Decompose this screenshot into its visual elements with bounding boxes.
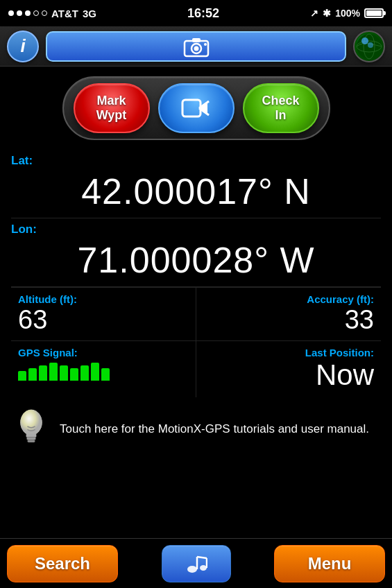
info-icon: i <box>20 35 25 57</box>
lon-label: Lon: <box>11 218 381 236</box>
dot-1 <box>8 10 14 16</box>
bar-6 <box>70 368 78 381</box>
time-label: 16:52 <box>187 6 219 21</box>
gps-data: Lat: 42.000017° N Lon: 71.000028° W Alti… <box>0 150 392 397</box>
action-pill: Mark Wypt Check In <box>62 76 330 140</box>
lat-value: 42.000017° N <box>11 168 381 218</box>
bottom-nav: Search Menu <box>0 538 392 588</box>
tutorial-section[interactable]: Touch here for the MotionX-GPS tutorials… <box>0 397 392 461</box>
signal-dots <box>8 10 47 16</box>
check-line2: In <box>275 108 287 123</box>
music-icon <box>185 553 207 575</box>
altitude-label: Altitude (ft): <box>18 293 189 305</box>
network-label: 3G <box>83 8 96 19</box>
lat-label: Lat: <box>11 150 381 168</box>
svg-point-4 <box>204 43 207 46</box>
svg-point-16 <box>187 566 197 573</box>
action-row: Mark Wypt Check In <box>0 67 392 150</box>
last-pos-label: Last Position: <box>203 347 375 358</box>
globe-icon <box>355 33 383 60</box>
signal-label: GPS Signal: <box>18 347 189 358</box>
gps-grid: Altitude (ft): 63 Accuracy (ft): 33 GPS … <box>11 287 381 397</box>
battery-percent: 100% <box>335 8 360 19</box>
status-right: ↗ ✱ 100% <box>310 8 384 19</box>
bluetooth-icon: ✱ <box>323 8 331 19</box>
dot-4 <box>33 10 39 16</box>
bar-4 <box>49 363 58 381</box>
search-button[interactable]: Search <box>7 545 118 582</box>
svg-rect-15 <box>27 440 35 442</box>
bar-8 <box>91 363 99 381</box>
accuracy-value: 33 <box>203 305 375 335</box>
tutorial-text: Touch here for the MotionX-GPS tutorials… <box>60 421 369 438</box>
battery-icon <box>364 8 384 18</box>
svg-rect-3 <box>192 38 201 42</box>
lon-value: 71.000028° W <box>11 236 381 287</box>
menu-button[interactable]: Menu <box>274 545 385 582</box>
check-in-button[interactable]: Check In <box>243 83 319 133</box>
svg-rect-13 <box>26 434 37 438</box>
bar-2 <box>28 368 37 381</box>
svg-rect-14 <box>27 438 36 440</box>
svg-point-17 <box>200 565 207 571</box>
svg-line-20 <box>197 557 207 558</box>
music-button[interactable] <box>162 545 231 582</box>
svg-point-9 <box>368 42 373 48</box>
carrier-label: AT&T <box>51 8 78 19</box>
signal-bars <box>18 358 189 383</box>
bar-7 <box>80 365 89 381</box>
dot-5 <box>42 10 47 16</box>
status-bar: AT&T 3G 16:52 ↗ ✱ 100% <box>0 0 392 26</box>
svg-point-8 <box>361 37 368 44</box>
svg-rect-10 <box>182 100 201 116</box>
mark-line1: Mark <box>96 94 126 108</box>
share-icon <box>181 94 212 122</box>
toolbar: i <box>0 26 392 67</box>
accuracy-cell: Accuracy (ft): 33 <box>196 288 382 340</box>
camera-button[interactable] <box>46 31 346 62</box>
bar-9 <box>101 368 110 381</box>
camera-icon <box>183 35 210 58</box>
altitude-value: 63 <box>18 305 189 335</box>
status-left: AT&T 3G <box>8 8 96 19</box>
menu-label: Menu <box>308 554 352 573</box>
share-button[interactable] <box>158 83 235 133</box>
mark-line2: Wypt <box>96 108 127 123</box>
mark-waypoint-button[interactable]: Mark Wypt <box>74 83 150 133</box>
last-pos-value: Now <box>203 358 375 392</box>
signal-cell: GPS Signal: <box>11 340 196 397</box>
altitude-cell: Altitude (ft): 63 <box>11 288 196 340</box>
battery-fill <box>366 10 382 16</box>
svg-point-12 <box>20 410 42 435</box>
search-label: Search <box>35 554 90 573</box>
bar-1 <box>18 371 26 381</box>
check-line1: Check <box>262 94 299 108</box>
bar-3 <box>39 365 47 381</box>
dot-3 <box>25 10 31 16</box>
info-button[interactable]: i <box>7 31 39 62</box>
gps-arrow-icon: ↗ <box>310 8 318 19</box>
globe-button[interactable] <box>353 31 385 62</box>
dot-2 <box>17 10 22 16</box>
bar-5 <box>60 365 68 381</box>
accuracy-label: Accuracy (ft): <box>203 293 375 305</box>
svg-point-2 <box>194 46 198 51</box>
last-position-cell: Last Position: Now <box>196 340 382 397</box>
lightbulb-icon <box>14 408 49 450</box>
